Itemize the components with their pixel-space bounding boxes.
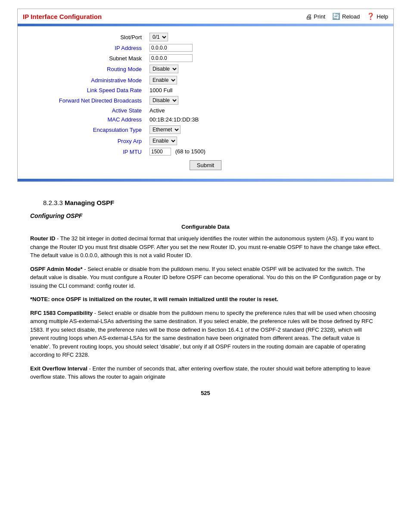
table-row: Encapsulation Type Ethernet (35, 124, 376, 135)
reload-label: Reload (342, 13, 360, 20)
ip-address-input[interactable] (149, 44, 193, 52)
config-body: Slot/Port 0/1 IP Address Subnet Mask (18, 26, 393, 179)
active-state-cell: Active (147, 106, 376, 115)
print-label: Print (314, 13, 325, 20)
doc-section: 8.2.3.3 Managing OSPF Configuring OSPF C… (17, 195, 394, 401)
subnet-mask-label: Subnet Mask (35, 53, 147, 63)
table-row: Forward Net Directed Broadcasts Disable (35, 95, 376, 106)
admin-mode-cell: Enable (147, 75, 376, 86)
mac-address-value: 00:1B:24:1D:DD:3B (149, 116, 199, 123)
table-row: IP Address (35, 43, 376, 53)
ip-mtu-cell: (68 to 1500) (147, 146, 376, 157)
reload-icon: 🔄 (332, 12, 340, 20)
forward-net-select[interactable]: Disable (149, 96, 178, 105)
config-actions: 🖨 Print 🔄 Reload ❓ Help (305, 12, 388, 20)
subsection-title: Configuring OSPF (17, 212, 394, 219)
table-row: IP MTU (68 to 1500) (35, 146, 376, 157)
slot-port-cell: 0/1 (147, 31, 376, 43)
exit-overflow-bold: Exit Overflow Interval (30, 365, 87, 372)
table-row: Active State Active (35, 106, 376, 115)
table-row: Administrative Mode Enable (35, 75, 376, 86)
section-heading: 8.2.3.3 Managing OSPF (17, 199, 394, 206)
proxy-arp-cell: Enable (147, 135, 376, 146)
section-number: 8.2.3.3 (43, 199, 63, 206)
encap-type-label: Encapsulation Type (35, 124, 147, 135)
ospf-admin-bold: OSPF Admin Mode* (30, 266, 83, 272)
bottom-blue-bar (18, 179, 393, 181)
para-note: *NOTE: once OSPF is initialized on the r… (17, 295, 394, 304)
table-row: Subnet Mask (35, 53, 376, 63)
para-rfc1583: RFC 1583 Compatibility - Select enable o… (17, 309, 394, 359)
form-table: Slot/Port 0/1 IP Address Subnet Mask (35, 31, 376, 157)
table-row: MAC Address 00:1B:24:1D:DD:3B (35, 115, 376, 124)
page-number: 525 (17, 390, 394, 396)
table-row: Link Speed Data Rate 1000 Full (35, 86, 376, 95)
rfc1583-bold: RFC 1583 Compatibility (30, 310, 93, 316)
admin-mode-select[interactable]: Enable (149, 76, 177, 84)
ospf-admin-text: - Select enable or disable from the pull… (30, 266, 381, 289)
subnet-mask-cell (147, 53, 376, 63)
table-row: Routing Mode Disable (35, 63, 376, 75)
proxy-arp-label: Proxy Arp (35, 135, 147, 146)
print-button[interactable]: 🖨 Print (305, 13, 325, 20)
active-state-label: Active State (35, 106, 147, 115)
link-speed-value: 1000 Full (149, 87, 172, 93)
config-panel: IP Interface Configuration 🖨 Print 🔄 Rel… (17, 9, 394, 182)
forward-net-cell: Disable (147, 95, 376, 106)
ip-mtu-input[interactable] (149, 148, 171, 156)
subnet-mask-input[interactable] (149, 54, 193, 62)
note-text: *NOTE: once OSPF is initialized on the r… (30, 296, 278, 302)
router-id-text: - The 32 bit integer in dotted decimal f… (30, 235, 380, 258)
submit-row: Submit (35, 157, 376, 172)
link-speed-cell: 1000 Full (147, 86, 376, 95)
ip-address-label: IP Address (35, 43, 147, 53)
encap-type-select[interactable]: Ethernet (149, 125, 181, 134)
help-icon: ❓ (367, 12, 375, 20)
mac-address-cell: 00:1B:24:1D:DD:3B (147, 115, 376, 124)
table-row: Slot/Port 0/1 (35, 31, 376, 43)
routing-mode-cell: Disable (147, 63, 376, 75)
section-title: Managing OSPF (65, 199, 114, 206)
active-state-value: Active (149, 107, 165, 114)
proxy-arp-select[interactable]: Enable (149, 137, 177, 145)
rfc1583-text: - Select enable or disable from the pull… (30, 310, 376, 358)
slot-port-label: Slot/Port (35, 31, 147, 43)
routing-mode-select[interactable]: Disable (149, 65, 178, 73)
ip-address-cell (147, 43, 376, 53)
admin-mode-label: Administrative Mode (35, 75, 147, 86)
encap-type-cell: Ethernet (147, 124, 376, 135)
slot-port-select[interactable]: 0/1 (149, 33, 168, 41)
link-speed-label: Link Speed Data Rate (35, 86, 147, 95)
para-router-id: Router ID - The 32 bit integer in dotted… (17, 234, 394, 260)
submit-button[interactable]: Submit (190, 160, 221, 170)
config-header: IP Interface Configuration 🖨 Print 🔄 Rel… (18, 9, 393, 24)
router-id-bold: Router ID (30, 235, 56, 242)
config-title: IP Interface Configuration (23, 13, 102, 20)
para-exit-overflow: Exit Overflow Interval - Enter the numbe… (17, 364, 394, 381)
ip-mtu-range: (68 to 1500) (175, 148, 206, 155)
table-row: Proxy Arp Enable (35, 135, 376, 146)
forward-net-label: Forward Net Directed Broadcasts (35, 95, 147, 106)
mac-address-label: MAC Address (35, 115, 147, 124)
para-ospf-admin: OSPF Admin Mode* - Select enable or disa… (17, 265, 394, 290)
reload-button[interactable]: 🔄 Reload (332, 12, 360, 20)
configurable-data-title: Configurable Data (17, 224, 394, 230)
help-button[interactable]: ❓ Help (367, 12, 388, 20)
routing-mode-label: Routing Mode (35, 63, 147, 75)
ip-mtu-label: IP MTU (35, 146, 147, 157)
print-icon: 🖨 (305, 13, 312, 20)
help-label: Help (377, 13, 388, 20)
